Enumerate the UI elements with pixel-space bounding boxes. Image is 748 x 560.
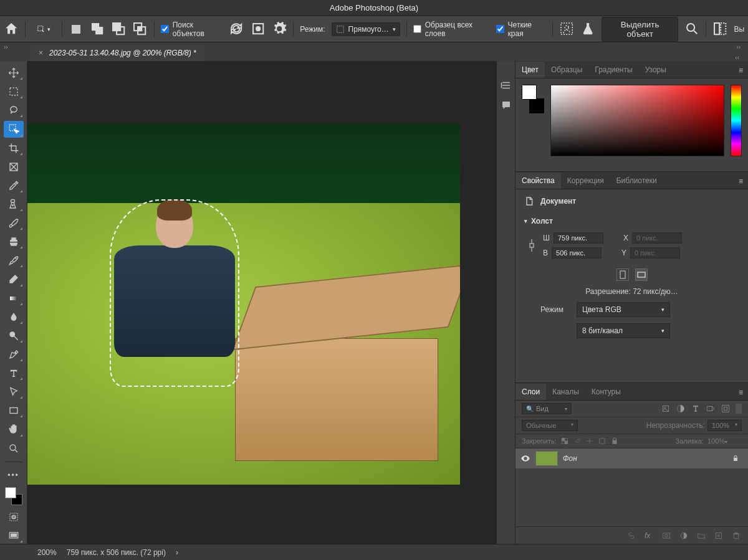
- color-spectrum[interactable]: [550, 85, 724, 156]
- crop-tool[interactable]: [4, 140, 24, 156]
- bit-depth-dropdown[interactable]: 8 бит/канал▾: [577, 323, 670, 338]
- mode-dropdown[interactable]: Прямоуго…▾: [332, 22, 400, 36]
- lock-transparency-icon[interactable]: [560, 437, 569, 445]
- layer-effects-icon[interactable]: fx: [645, 531, 653, 540]
- layer-thumbnail[interactable]: [535, 451, 558, 466]
- quick-mask-tool[interactable]: [4, 509, 24, 525]
- tab-layers[interactable]: Слои: [515, 384, 546, 400]
- opacity-field[interactable]: 100%▾: [707, 420, 742, 431]
- new-selection-icon[interactable]: [69, 21, 84, 37]
- gradient-tool[interactable]: [4, 290, 24, 306]
- height-field[interactable]: [552, 247, 602, 259]
- close-icon[interactable]: ×: [39, 49, 43, 57]
- healing-brush-tool[interactable]: [4, 196, 24, 212]
- frame-tool[interactable]: [4, 159, 24, 175]
- blend-mode-dropdown[interactable]: Обычные▾: [522, 420, 578, 431]
- path-selection-tool[interactable]: [4, 384, 24, 400]
- visibility-icon[interactable]: [520, 453, 530, 463]
- add-mask-icon[interactable]: [662, 531, 671, 540]
- lock-position-icon[interactable]: [585, 437, 594, 445]
- tab-libraries[interactable]: Библиотеки: [610, 173, 663, 189]
- link-layers-icon[interactable]: [627, 531, 636, 540]
- tab-swatches[interactable]: Образцы: [545, 62, 588, 78]
- panel-menu-icon[interactable]: ≡: [739, 177, 743, 186]
- filter-toggle[interactable]: [736, 404, 742, 414]
- new-group-icon[interactable]: [697, 531, 706, 540]
- tab-channels[interactable]: Каналы: [546, 384, 585, 400]
- width-field[interactable]: [554, 232, 603, 244]
- tool-preset-dropdown[interactable]: ▾: [32, 21, 55, 37]
- tab-patterns[interactable]: Узоры: [639, 62, 673, 78]
- layer-row[interactable]: Фон: [515, 448, 748, 468]
- sample-all-layers-checkbox[interactable]: Образец всех слоев: [413, 21, 490, 38]
- foreground-background-colors[interactable]: [4, 486, 24, 506]
- panel-menu-icon[interactable]: ≡: [739, 388, 743, 397]
- screen-mode-tool[interactable]: [4, 528, 24, 544]
- hard-edge-checkbox[interactable]: Четкие края: [496, 21, 546, 38]
- orientation-landscape-button[interactable]: [635, 268, 648, 281]
- x-field[interactable]: [632, 232, 682, 244]
- zoom-icon[interactable]: [684, 21, 699, 37]
- tab-gradients[interactable]: Градиенты: [588, 62, 638, 78]
- beaker-icon[interactable]: [580, 21, 595, 37]
- lock-artboard-icon[interactable]: [598, 437, 607, 445]
- lock-image-icon[interactable]: [573, 437, 582, 445]
- pen-tool[interactable]: [4, 346, 24, 363]
- chevron-right-icon[interactable]: ›: [176, 548, 178, 557]
- foreground-swatch[interactable]: [5, 487, 16, 498]
- filter-type-icon[interactable]: [691, 404, 701, 414]
- color-mode-dropdown[interactable]: Цвета RGB▾: [577, 302, 670, 317]
- hue-slider[interactable]: [731, 85, 742, 156]
- tab-color[interactable]: Цвет: [515, 62, 545, 78]
- edit-toolbar[interactable]: •••: [4, 467, 24, 483]
- expand-panels-icon[interactable]: ››: [736, 44, 741, 50]
- home-icon[interactable]: [4, 21, 19, 37]
- overlay-settings-icon[interactable]: [251, 21, 266, 37]
- history-brush-tool[interactable]: [4, 252, 24, 268]
- rectangle-tool[interactable]: [4, 402, 24, 419]
- find-objects-checkbox[interactable]: Поиск объектов: [161, 21, 223, 38]
- filter-pixel-icon[interactable]: [661, 404, 671, 414]
- expand-toolbar-icon[interactable]: ››: [4, 44, 8, 50]
- canvas-area[interactable]: [27, 61, 496, 544]
- gear-icon[interactable]: [272, 21, 287, 37]
- paragraph-styles-icon[interactable]: [501, 80, 512, 91]
- dodge-tool[interactable]: [4, 328, 24, 344]
- select-and-mask-icon[interactable]: [712, 21, 727, 37]
- clone-stamp-tool[interactable]: [4, 234, 24, 250]
- comments-icon[interactable]: [501, 100, 512, 111]
- filter-smart-icon[interactable]: [721, 404, 731, 414]
- delete-layer-icon[interactable]: [732, 531, 741, 540]
- document-canvas[interactable]: [27, 123, 460, 485]
- y-field[interactable]: [630, 247, 680, 259]
- intersect-selection-icon[interactable]: [132, 21, 147, 37]
- document-tab[interactable]: × 2023-05-31 13.40.48.jpg @ 200% (RGB/8)…: [30, 45, 205, 61]
- lock-all-icon[interactable]: [610, 437, 619, 445]
- select-mask-icon[interactable]: [559, 21, 574, 37]
- doc-info[interactable]: 759 пикс. x 506 пикс. (72 ppi): [67, 548, 166, 557]
- refresh-icon[interactable]: [229, 21, 244, 37]
- object-selection-tool[interactable]: [4, 121, 24, 137]
- hand-tool[interactable]: [4, 421, 24, 437]
- zoom-level[interactable]: 200%: [37, 548, 57, 557]
- lasso-tool[interactable]: [4, 102, 24, 118]
- filter-adjustment-icon[interactable]: [676, 404, 686, 414]
- adjustment-layer-icon[interactable]: [679, 531, 688, 540]
- collapse-right-icon[interactable]: ‹‹: [735, 54, 739, 61]
- panel-menu-icon[interactable]: ≡: [739, 66, 743, 75]
- link-dimensions-icon[interactable]: [525, 238, 538, 253]
- zoom-tool[interactable]: [4, 440, 24, 457]
- new-layer-icon[interactable]: [714, 531, 723, 540]
- fill-field[interactable]: 100%▾: [707, 437, 742, 445]
- move-tool[interactable]: [4, 65, 24, 81]
- eyedropper-tool[interactable]: [4, 178, 24, 194]
- add-selection-icon[interactable]: [90, 21, 105, 37]
- blur-tool[interactable]: [4, 309, 24, 325]
- color-swatches[interactable]: [522, 85, 544, 113]
- filter-shape-icon[interactable]: [706, 404, 716, 414]
- tab-paths[interactable]: Контуры: [585, 384, 627, 400]
- tab-properties[interactable]: Свойства: [515, 173, 561, 189]
- canvas-accordion[interactable]: ▾Холст: [515, 213, 748, 229]
- subtract-selection-icon[interactable]: [111, 21, 126, 37]
- marquee-tool[interactable]: [4, 83, 24, 100]
